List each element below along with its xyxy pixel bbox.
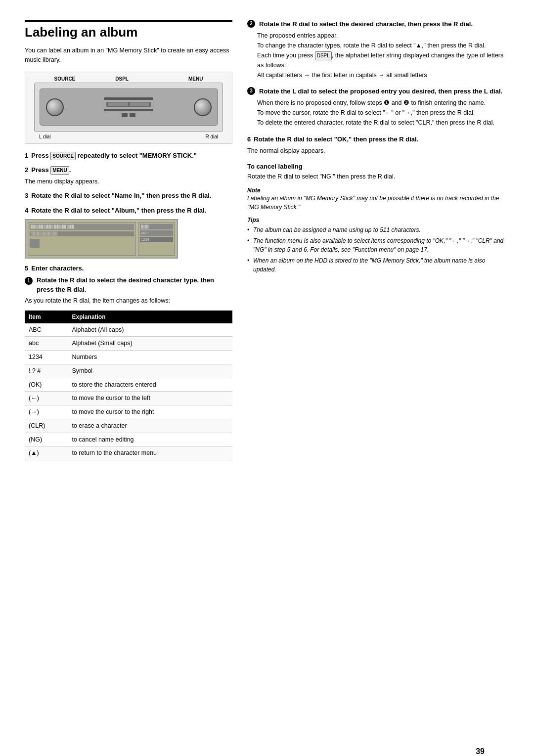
step-3-title: Rotate the R dial to select "Name In," t… bbox=[31, 191, 211, 201]
step-5-number: 5 bbox=[25, 264, 28, 273]
step-3-number: 3 bbox=[25, 191, 28, 201]
tips-box: Tips The album can be assigned a name us… bbox=[247, 217, 509, 274]
table-row: 1234Numbers bbox=[25, 351, 232, 364]
right-step-2: 2 Rotate the R dial to select the desire… bbox=[247, 20, 509, 80]
left-column: Labeling an album You can label an album… bbox=[25, 20, 232, 465]
table-cell-item: (←) bbox=[25, 392, 68, 405]
step-4: 4 Rotate the R dial to select "Album," t… bbox=[25, 206, 232, 259]
right-step-2-line3: Each time you press DSPL, the alphabet l… bbox=[257, 50, 509, 70]
note-box: Note Labeling an album in "MG Memory Sti… bbox=[247, 187, 509, 212]
table-cell-explanation: Alphabet (All caps) bbox=[68, 323, 232, 337]
page-number: 39 bbox=[476, 747, 485, 756]
right-step-2-desc: The proposed entries appear. To change t… bbox=[257, 31, 509, 80]
label-source: SOURCE bbox=[54, 76, 76, 82]
table-cell-explanation: Symbol bbox=[68, 364, 232, 378]
table-cell-explanation: to erase a character bbox=[68, 419, 232, 433]
note-body: Labeling an album in "MG Memory Stick" m… bbox=[247, 194, 509, 212]
dspl-key: DSPL bbox=[315, 51, 332, 60]
step-4-number: 4 bbox=[25, 206, 28, 216]
table-row: ! ? #Symbol bbox=[25, 364, 232, 378]
table-row: (OK)to store the characters entered bbox=[25, 378, 232, 392]
table-cell-item: (→) bbox=[25, 405, 68, 419]
right-step-3-line1: When there is no proposed entry, follow … bbox=[257, 98, 509, 108]
character-table: Item Explanation ABCAlphabet (All caps)a… bbox=[25, 311, 232, 461]
right-step-2-line2: To change the character types, rotate th… bbox=[257, 41, 509, 50]
table-row: (→)to move the cursor to the right bbox=[25, 405, 232, 419]
label-r-dial: R dial bbox=[205, 134, 218, 139]
right-step-3-line2: To move the cursor, rotate the R dial to… bbox=[257, 108, 509, 118]
right-step-3-title: Rotate the L dial to select the proposed… bbox=[259, 87, 502, 96]
right-step-3: 3 Rotate the L dial to select the propos… bbox=[247, 87, 509, 128]
table-cell-explanation: to return to the character menu bbox=[68, 446, 232, 460]
diagram-labels-top: SOURCE DSPL MENU bbox=[29, 76, 228, 82]
right-step-2-heading: 2 Rotate the R dial to select the desire… bbox=[247, 20, 509, 29]
step-2-title: Press MENU. bbox=[31, 165, 71, 175]
table-cell-item: (NG) bbox=[25, 433, 68, 446]
table-cell-item: (CLR) bbox=[25, 419, 68, 433]
step-2-number: 2 bbox=[25, 165, 28, 175]
intro-text: You can label an album in an "MG Memory … bbox=[25, 46, 232, 65]
table-cell-item: ABC bbox=[25, 323, 68, 337]
step-5-sub-heading: Rotate the R dial to select the desired … bbox=[37, 275, 232, 295]
label-dspl: DSPL bbox=[115, 76, 129, 82]
to-cancel-body: Rotate the R dial to select "NG," then p… bbox=[247, 172, 509, 181]
table-header-item: Item bbox=[25, 311, 68, 323]
circle-1: 1 bbox=[25, 277, 33, 285]
table-cell-item: 1234 bbox=[25, 351, 68, 364]
step-2: 2 Press MENU. The menu display appears. bbox=[25, 165, 232, 186]
step-6-number: 6 bbox=[247, 134, 251, 144]
right-step-3-line3: To delete the entered character, rotate … bbox=[257, 118, 509, 128]
table-row: abcAlphabet (Small caps) bbox=[25, 337, 232, 351]
step-6-body: The normal display appears. bbox=[247, 146, 509, 156]
table-cell-explanation: Alphabet (Small caps) bbox=[68, 337, 232, 351]
circle-3: 3 bbox=[247, 87, 255, 95]
tips-item: The album can be assigned a name using u… bbox=[247, 225, 509, 234]
to-cancel-heading: To cancel labeling bbox=[247, 163, 509, 170]
table-cell-item: (▲) bbox=[25, 446, 68, 460]
right-step-2-title: Rotate the R dial to select the desired … bbox=[259, 20, 473, 29]
table-row: (NG)to cancel name editing bbox=[25, 433, 232, 446]
right-step-3-desc: When there is no proposed entry, follow … bbox=[257, 98, 509, 128]
step-5-sub-body: As you rotate the R dial, the item chang… bbox=[25, 296, 232, 306]
tips-item: The function menu is also available to s… bbox=[247, 236, 509, 254]
device-image bbox=[34, 83, 223, 132]
table-row: (←)to move the cursor to the left bbox=[25, 392, 232, 405]
table-cell-explanation: to cancel name editing bbox=[68, 433, 232, 446]
menu-key: MENU bbox=[50, 166, 69, 175]
step-6-title: Rotate the R dial to select "OK," then p… bbox=[254, 134, 418, 144]
table-cell-explanation: to move the cursor to the left bbox=[68, 392, 232, 405]
table-cell-item: (OK) bbox=[25, 378, 68, 392]
table-row: (CLR)to erase a character bbox=[25, 419, 232, 433]
tips-list: The album can be assigned a name using u… bbox=[247, 225, 509, 274]
step-1-number: 1 bbox=[25, 151, 28, 161]
right-step-2-line1: The proposed entries appear. bbox=[257, 31, 509, 41]
step-5: 5 Enter characters. 1 Rotate the R dial … bbox=[25, 264, 232, 460]
step-1-title: Press SOURCE repeatedly to select "MEMOR… bbox=[31, 151, 197, 161]
display-mockup: ▓▓▒▓▓▒▓▓▒▓▓▒▓▓▒▓▓ ▒▓▒▓▒▒▓▒▓▒▒▓▒ ▓▒▓▒ ab bbox=[25, 219, 178, 259]
step-1: 1 Press SOURCE repeatedly to select "MEM… bbox=[25, 151, 232, 161]
page-layout: Labeling an album You can label an album… bbox=[25, 20, 509, 465]
tips-title: Tips bbox=[247, 217, 509, 223]
step-5-sub: 1 Rotate the R dial to select the desire… bbox=[25, 275, 232, 306]
source-key: SOURCE bbox=[50, 152, 76, 160]
step-6: 6 Rotate the R dial to select "OK," then… bbox=[247, 134, 509, 155]
table-row: ABCAlphabet (All caps) bbox=[25, 323, 232, 337]
step-5-title: Enter characters. bbox=[31, 264, 84, 273]
circle-2: 2 bbox=[247, 20, 255, 28]
diagram-labels-bottom: L dial R dial bbox=[29, 132, 228, 139]
step-2-body: The menu display appears. bbox=[25, 177, 232, 186]
page-title: Labeling an album bbox=[25, 20, 232, 40]
right-step-2-line4: All capital letters → the first letter i… bbox=[257, 70, 509, 80]
table-cell-item: abc bbox=[25, 337, 68, 351]
tips-item: When an album on the HDD is stored to th… bbox=[247, 256, 509, 274]
step-3: 3 Rotate the R dial to select "Name In,"… bbox=[25, 191, 232, 201]
to-cancel-section: To cancel labeling Rotate the R dial to … bbox=[247, 163, 509, 181]
right-column: 2 Rotate the R dial to select the desire… bbox=[247, 20, 509, 465]
label-menu: MENU bbox=[188, 76, 203, 82]
label-l-dial: L dial bbox=[39, 134, 51, 139]
step-4-title: Rotate the R dial to select "Album," the… bbox=[31, 206, 206, 216]
table-cell-explanation: Numbers bbox=[68, 351, 232, 364]
device-diagram: SOURCE DSPL MENU bbox=[25, 72, 232, 144]
table-cell-item: ! ? # bbox=[25, 364, 68, 378]
table-header-explanation: Explanation bbox=[68, 311, 232, 323]
